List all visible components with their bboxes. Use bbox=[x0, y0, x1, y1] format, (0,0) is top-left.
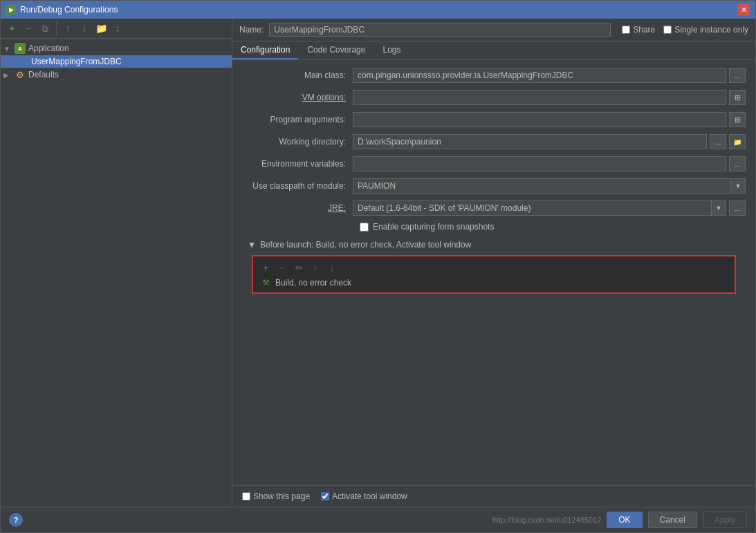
build-item-label: Build, no error check bbox=[275, 278, 351, 288]
close-button[interactable]: ✕ bbox=[737, 3, 750, 16]
right-panel: Name: Share Single instance only Configu… bbox=[232, 19, 755, 507]
env-vars-label: Environment variables: bbox=[242, 159, 353, 169]
activate-tool-window-checkbox[interactable] bbox=[321, 492, 329, 501]
single-instance-label: Single instance only bbox=[674, 25, 748, 35]
bottom-checkboxes: Show this page Activate tool window bbox=[242, 492, 746, 501]
jre-input[interactable] bbox=[353, 200, 711, 216]
working-dir-row: Working directory: ... 📁 bbox=[242, 133, 746, 150]
footer-url: http://blog.csdn.net/u012485012 bbox=[492, 516, 601, 524]
tree-item-user-mapping[interactable]: UserMappingFromJDBC bbox=[1, 55, 232, 68]
vm-options-input-wrap: ⊞ bbox=[353, 90, 746, 105]
main-class-label: Main class: bbox=[242, 71, 353, 80]
help-button[interactable]: ? bbox=[9, 513, 23, 527]
working-dir-label: Working directory: bbox=[242, 137, 353, 147]
sort-button[interactable]: ↕ bbox=[111, 21, 125, 35]
cancel-button[interactable]: Cancel bbox=[648, 512, 697, 528]
working-dir-browse-btn[interactable]: ... bbox=[710, 134, 726, 149]
classpath-row: Use classpath of module: ▼ bbox=[242, 178, 746, 194]
sidebar-toolbar: + − ⧉ ↑ ↓ 📁 ↕ bbox=[1, 19, 232, 39]
vm-options-row: VM options: ⊞ bbox=[242, 89, 746, 106]
before-launch-arrow[interactable]: ▼ bbox=[248, 240, 256, 250]
defaults-arrow: ▶ bbox=[3, 71, 12, 79]
classpath-dropdown-arrow[interactable]: ▼ bbox=[730, 178, 746, 194]
program-args-input-wrap: ⊞ bbox=[353, 112, 746, 127]
program-args-label: Program arguments: bbox=[242, 115, 353, 124]
copy-config-button[interactable]: ⧉ bbox=[38, 21, 52, 35]
app-arrow: ▼ bbox=[3, 45, 12, 53]
apply-button[interactable]: Apply bbox=[703, 512, 747, 528]
tab-logs[interactable]: Logs bbox=[374, 41, 409, 59]
launch-item[interactable]: ⚒ Build, no error check bbox=[256, 276, 732, 290]
activate-tool-window-checkbox-row: Activate tool window bbox=[321, 492, 407, 501]
footer-buttons: http://blog.csdn.net/u012485012 OK Cance… bbox=[492, 512, 747, 528]
program-args-expand-btn[interactable]: ⊞ bbox=[729, 112, 746, 127]
env-vars-input-wrap: ... bbox=[353, 156, 746, 171]
jre-row: JRE: ▼ ... bbox=[242, 200, 746, 216]
single-instance-checkbox[interactable] bbox=[663, 26, 672, 34]
working-dir-input-wrap: ... 📁 bbox=[353, 134, 746, 149]
move-down-button[interactable]: ↓ bbox=[77, 21, 91, 35]
add-config-button[interactable]: + bbox=[5, 21, 19, 35]
single-instance-checkbox-row: Single instance only bbox=[663, 25, 748, 35]
title-bar-left: ▶ Run/Debug Configurations bbox=[6, 5, 118, 15]
application-icon: A bbox=[15, 43, 26, 54]
tree-item-defaults[interactable]: ▶ ⚙ Defaults bbox=[1, 68, 232, 82]
classpath-label: Use classpath of module: bbox=[242, 181, 353, 191]
launch-up-btn[interactable]: ↑ bbox=[308, 261, 322, 274]
vm-options-input[interactable] bbox=[353, 90, 726, 105]
tree-item-application[interactable]: ▼ A Application bbox=[1, 41, 232, 55]
move-up-button[interactable]: ↑ bbox=[61, 21, 75, 35]
defaults-label: Defaults bbox=[28, 70, 59, 80]
launch-down-btn[interactable]: ↓ bbox=[325, 261, 339, 274]
tab-code-coverage[interactable]: Code Coverage bbox=[299, 41, 374, 59]
program-args-input[interactable] bbox=[353, 112, 726, 127]
classpath-input[interactable] bbox=[353, 178, 730, 194]
name-label: Name: bbox=[239, 25, 264, 35]
main-class-browse-btn[interactable]: ... bbox=[729, 68, 746, 83]
main-class-input-wrap: ... bbox=[353, 68, 746, 83]
name-input[interactable] bbox=[269, 23, 611, 37]
before-launch-box: + − ✏ ↑ ↓ ⚒ Build, no error check bbox=[252, 255, 736, 294]
launch-edit-btn[interactable]: ✏ bbox=[292, 261, 306, 274]
launch-add-btn[interactable]: + bbox=[259, 261, 273, 274]
working-dir-input[interactable] bbox=[353, 134, 707, 149]
jre-combo-wrap: ▼ bbox=[353, 200, 726, 216]
ok-button[interactable]: OK bbox=[607, 512, 642, 528]
app-icon: ▶ bbox=[6, 5, 16, 15]
bottom-bar: Show this page Activate tool window bbox=[232, 485, 755, 507]
main-class-row: Main class: ... bbox=[242, 67, 746, 84]
before-launch-header: ▼ Before launch: Build, no error check, … bbox=[242, 237, 746, 252]
show-page-checkbox[interactable] bbox=[242, 492, 250, 501]
share-area: Share Single instance only bbox=[622, 25, 748, 35]
jre-input-wrap: ▼ ... bbox=[353, 200, 746, 216]
defaults-icon: ⚙ bbox=[15, 69, 26, 80]
dialog-title: Run/Debug Configurations bbox=[20, 5, 118, 15]
form-snapshots-label: Enable capturing form snapshots bbox=[373, 222, 494, 232]
tabs-bar: Configuration Code Coverage Logs bbox=[232, 41, 755, 60]
remove-config-button[interactable]: − bbox=[21, 21, 35, 35]
form-snapshots-row: Enable capturing form snapshots bbox=[242, 222, 746, 232]
main-content: + − ⧉ ↑ ↓ 📁 ↕ ▼ A Application UserMappin… bbox=[1, 19, 755, 507]
folder-button[interactable]: 📁 bbox=[94, 21, 108, 35]
vm-expand-btn[interactable]: ⊞ bbox=[729, 90, 746, 105]
env-vars-browse-btn[interactable]: ... bbox=[729, 156, 746, 171]
build-icon: ⚒ bbox=[260, 277, 271, 288]
jre-label: JRE: bbox=[242, 203, 353, 213]
jre-browse-btn[interactable]: ... bbox=[729, 200, 746, 216]
activate-tool-window-label: Activate tool window bbox=[332, 492, 407, 501]
form-snapshots-checkbox[interactable] bbox=[360, 223, 369, 232]
share-checkbox[interactable] bbox=[622, 26, 630, 34]
form-area: Main class: ... VM options: ⊞ bbox=[232, 60, 755, 485]
vm-options-label: VM options: bbox=[242, 93, 353, 102]
sidebar: + − ⧉ ↑ ↓ 📁 ↕ ▼ A Application UserMappin… bbox=[1, 19, 232, 507]
before-launch-title: Before launch: Build, no error check, Ac… bbox=[260, 240, 472, 250]
tab-configuration[interactable]: Configuration bbox=[232, 41, 299, 59]
jre-dropdown-arrow[interactable]: ▼ bbox=[711, 200, 726, 216]
config-tree: ▼ A Application UserMappingFromJDBC ▶ ⚙ … bbox=[1, 39, 232, 507]
program-args-row: Program arguments: ⊞ bbox=[242, 111, 746, 128]
launch-remove-btn[interactable]: − bbox=[275, 261, 289, 274]
working-dir-folder-btn[interactable]: 📁 bbox=[729, 134, 746, 149]
footer: ? http://blog.csdn.net/u012485012 OK Can… bbox=[1, 507, 755, 532]
main-class-input[interactable] bbox=[353, 68, 726, 83]
env-vars-input[interactable] bbox=[353, 156, 726, 171]
